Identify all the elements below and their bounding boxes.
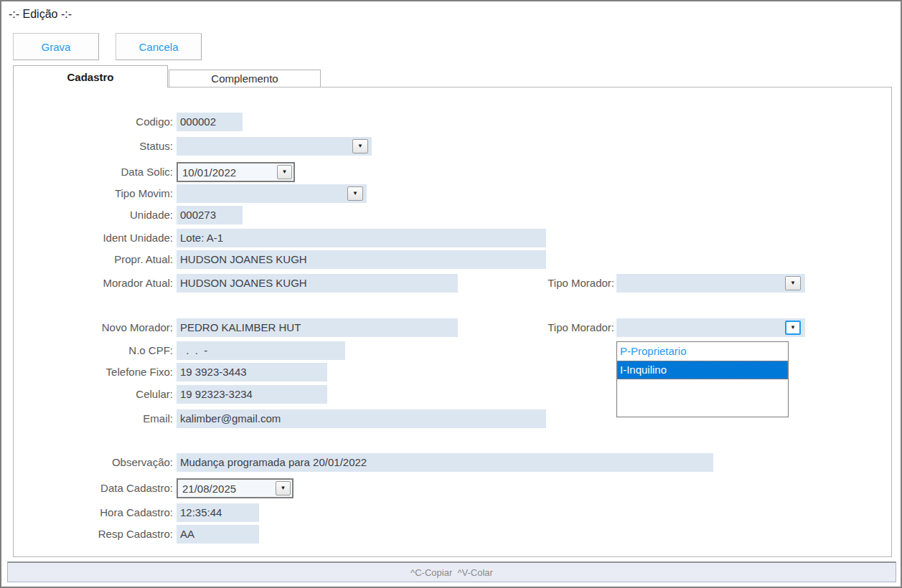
dropdown-option-inquilino[interactable]: I-Inquilino (617, 361, 788, 379)
status-label: Status: (18, 137, 173, 156)
tab-complemento[interactable]: Complemento (169, 70, 321, 87)
cadastro-tab-panel: Codigo: 000002 Status: 2-Autorizado ▼ Da… (13, 87, 892, 557)
celular-label: Celular: (18, 385, 173, 404)
data-solic-dropdown-button[interactable]: ▼ (277, 165, 292, 179)
propr-atual-field[interactable]: HUDSON JOANES KUGH (177, 250, 546, 269)
resp-cadastro-field[interactable]: AA (177, 525, 259, 544)
email-field[interactable]: kalimber@gmail.com (177, 409, 546, 428)
dropdown-option-proprietario[interactable]: P-Proprietario (617, 342, 788, 361)
codigo-label: Codigo: (18, 113, 173, 131)
resp-cadastro-label: Resp Cadastro: (18, 525, 173, 544)
hora-cadastro-field[interactable]: 12:35:44 (177, 503, 259, 522)
tipo-morador-atual-dropdown-button[interactable]: ▼ (785, 276, 801, 290)
data-solic-datepicker[interactable]: 10/01/2022 ▼ (177, 162, 295, 182)
data-solic-label: Data Solic: (18, 163, 173, 181)
propr-atual-label: Propr. Atual: (18, 250, 173, 269)
status-bar-hint: ^C-Copiar ^V-Colar (410, 567, 493, 578)
unidade-field[interactable]: 000273 (177, 206, 243, 224)
data-cadastro-label: Data Cadastro: (18, 479, 173, 498)
ident-unidade-label: Ident Unidade: (18, 229, 173, 247)
chevron-down-icon: ▼ (282, 169, 288, 175)
tipo-morador-atual-label: Tipo Morador: (444, 274, 614, 293)
tipo-morador-novo-dropdown-button[interactable]: ▼ (785, 321, 801, 335)
unidade-label: Unidade: (18, 206, 173, 224)
email-label: Email: (18, 409, 173, 428)
hora-cadastro-label: Hora Cadastro: (18, 503, 173, 522)
ident-unidade-field[interactable]: Lote: A-1 (177, 229, 546, 247)
data-cadastro-dropdown-button[interactable]: ▼ (276, 481, 291, 495)
telefone-fixo-label: Telefone Fixo: (18, 363, 173, 381)
cancela-button[interactable]: Cancela (116, 33, 202, 60)
chevron-down-icon: ▼ (352, 191, 358, 196)
data-cadastro-value: 21/08/2025 (178, 483, 276, 495)
tipo-movim-field[interactable]: E-Entrada ▼ (177, 184, 367, 203)
edit-window: -:- Edição -:- Grava Cancela Cadastro Co… (0, 0, 902, 588)
tab-cadastro[interactable]: Cadastro (13, 65, 168, 87)
celular-field[interactable]: 19 92323-3234 (177, 385, 327, 404)
cpf-label: N.o CPF: (18, 341, 173, 360)
observacao-label: Observação: (18, 453, 173, 472)
chevron-down-icon: ▼ (357, 143, 363, 149)
telefone-fixo-field[interactable]: 19 3923-3443 (177, 363, 327, 381)
tipo-morador-novo-field[interactable]: I-Inquilino ▼ (616, 318, 805, 337)
status-field[interactable]: 2-Autorizado ▼ (177, 137, 372, 156)
data-cadastro-datepicker[interactable]: 21/08/2025 ▼ (177, 478, 293, 498)
cpf-field[interactable]: . . - (177, 341, 345, 360)
data-solic-value: 10/01/2022 (178, 166, 277, 179)
morador-atual-field[interactable]: HUDSON JOANES KUGH (177, 274, 458, 293)
observacao-field[interactable]: Mudança programada para 20/01/2022 (177, 453, 713, 472)
novo-morador-field[interactable]: PEDRO KALIMBER HUT (177, 318, 458, 337)
codigo-field[interactable]: 000002 (177, 113, 243, 131)
tipo-movim-label: Tipo Movim: (18, 184, 173, 203)
status-bar: ^C-Copiar ^V-Colar (7, 561, 896, 582)
tipo-morador-atual-field[interactable]: P-Proprietario ▼ (616, 274, 805, 293)
chevron-down-icon: ▼ (281, 485, 286, 491)
tipo-morador-dropdown-list: P-Proprietario I-Inquilino (616, 341, 789, 417)
novo-morador-label: Novo Morador: (18, 318, 173, 337)
status-dropdown-button[interactable]: ▼ (352, 139, 368, 153)
chevron-down-icon: ▼ (790, 280, 796, 286)
morador-atual-label: Morador Atual: (18, 274, 173, 293)
tipo-movim-dropdown-button[interactable]: ▼ (347, 186, 363, 201)
window-title: -:- Edição -:- (9, 8, 72, 21)
chevron-down-icon: ▼ (790, 325, 796, 331)
tipo-morador-novo-label: Tipo Morador: (444, 318, 614, 337)
grava-button[interactable]: Grava (13, 33, 99, 60)
